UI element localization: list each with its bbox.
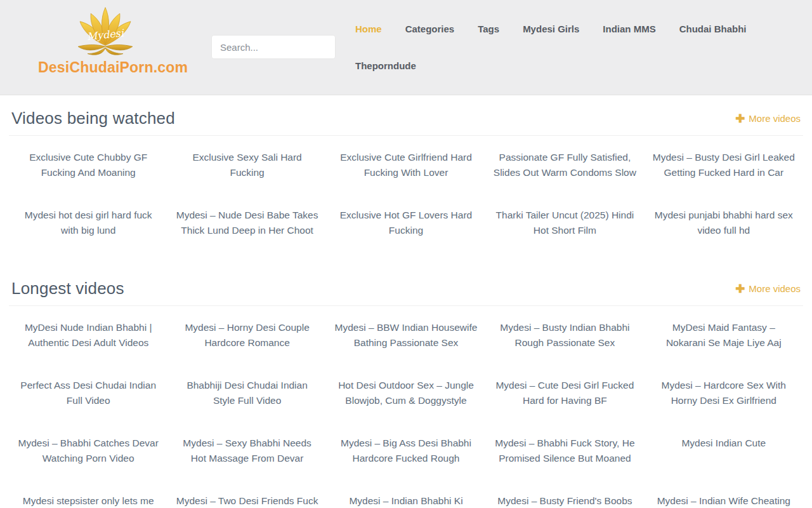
video-title-link[interactable]: Mydesi – Indian Bhabhi Ki Zabardast Chud…: [327, 493, 485, 508]
video-title-link[interactable]: MyDesi Nude Indian Bhabhi | Authentic De…: [9, 320, 167, 351]
more-videos-link[interactable]: ✚ More videos: [735, 113, 801, 124]
video-title-link[interactable]: Mydesi – Sexy Bhabhi Needs Hot Massage F…: [167, 436, 326, 466]
video-title-link[interactable]: Tharki Tailer Uncut (2025) Hindi Hot Sho…: [485, 208, 644, 238]
main-nav: HomeCategoriesTagsMydesi GirlsIndian MMS…: [355, 23, 793, 72]
nav-item-tags[interactable]: Tags: [478, 23, 499, 36]
site-logo[interactable]: Mydesi DesiChudaiPorn.com: [38, 5, 173, 76]
search-form: [211, 35, 336, 59]
section-title: Longest videos: [11, 279, 124, 298]
video-title-link[interactable]: Mydesi – Bhabhi Catches Devar Watching P…: [9, 436, 167, 466]
video-title-link[interactable]: Exclusive Hot GF Lovers Hard Fucking: [327, 208, 485, 238]
video-grid: MyDesi Nude Indian Bhabhi | Authentic De…: [9, 320, 803, 508]
video-title-link[interactable]: Mydesi – Two Desi Friends Fuck Horny Mai…: [167, 493, 326, 508]
more-videos-link[interactable]: ✚ More videos: [735, 283, 801, 294]
section-head: Longest videos ✚ More videos: [9, 265, 803, 306]
video-title-link[interactable]: Mydesi stepsister only lets me touch her…: [9, 493, 167, 508]
video-title-link[interactable]: Bhabhiji Desi Chudai Indian Style Full V…: [167, 378, 326, 408]
video-title-link[interactable]: Passionate GF Fully Satisfied, Slides Ou…: [485, 150, 644, 180]
more-videos-label: More videos: [749, 283, 801, 294]
video-title-link[interactable]: Mydesi – Hardcore Sex With Horny Desi Ex…: [645, 378, 803, 408]
video-title-link[interactable]: Mydesi Indian Cute: [645, 436, 803, 466]
video-title-link[interactable]: Mydesi – Nude Desi Babe Takes Thick Lund…: [167, 208, 326, 238]
more-videos-label: More videos: [749, 113, 801, 124]
video-title-link[interactable]: Mydesi – Busty Desi Girl Leaked Getting …: [645, 150, 803, 180]
lotus-logo-icon: Mydesi: [70, 5, 141, 58]
video-title-link[interactable]: Perfect Ass Desi Chudai Indian Full Vide…: [9, 378, 167, 408]
site-header: Mydesi DesiChudaiPorn.com HomeCategories…: [0, 0, 812, 95]
video-title-link[interactable]: Mydesi – Horny Desi Couple Hardcore Roma…: [167, 320, 326, 351]
video-title-link[interactable]: Exclusive Cute Girlfriend Hard Fucking W…: [327, 150, 485, 180]
video-title-link[interactable]: Mydesi hot desi girl hard fuck with big …: [9, 208, 167, 238]
nav-item-home[interactable]: Home: [355, 23, 382, 36]
section-title: Videos being watched: [11, 109, 175, 128]
video-title-link[interactable]: Mydesi – Big Ass Desi Bhabhi Hardcore Fu…: [327, 436, 485, 466]
nav-item-theporndude[interactable]: Theporndude: [355, 60, 416, 72]
video-title-link[interactable]: Hot Desi Outdoor Sex – Jungle Blowjob, C…: [327, 378, 485, 408]
video-title-link[interactable]: Mydesi – Busty Friend's Boobs and Pussy …: [485, 493, 644, 508]
plus-icon: ✚: [735, 114, 745, 124]
nav-item-mydesi-girls[interactable]: Mydesi Girls: [523, 23, 579, 36]
video-grid: Exclusive Cute Chubby GF Fucking And Moa…: [9, 150, 803, 265]
video-title-link[interactable]: Mydesi – Bhabhi Fuck Story, He Promised …: [485, 436, 644, 466]
section-head: Videos being watched ✚ More videos: [9, 95, 803, 136]
search-input[interactable]: [212, 36, 336, 58]
nav-item-categories[interactable]: Categories: [405, 23, 455, 36]
video-title-link[interactable]: MyDesi Maid Fantasy – Nokarani Se Maje L…: [645, 320, 803, 351]
video-title-link[interactable]: Mydesi – Cute Desi Girl Fucked Hard for …: [485, 378, 644, 408]
video-title-link[interactable]: Mydesi – Indian Wife Cheating with Neigh…: [645, 493, 803, 508]
video-title-link[interactable]: Exclusive Sexy Sali Hard Fucking: [167, 150, 326, 180]
plus-icon: ✚: [735, 284, 745, 294]
video-section: Videos being watched ✚ More videos Exclu…: [9, 95, 803, 265]
site-name[interactable]: DesiChudaiPorn.com: [38, 59, 173, 76]
nav-item-chudai-bhabhi[interactable]: Chudai Bhabhi: [679, 23, 747, 36]
video-title-link[interactable]: Mydesi punjabi bhabhi hard sex video ful…: [645, 208, 803, 238]
main-content: Videos being watched ✚ More videos Exclu…: [0, 95, 812, 508]
video-section: Longest videos ✚ More videos MyDesi Nude…: [9, 265, 803, 508]
video-title-link[interactable]: Exclusive Cute Chubby GF Fucking And Moa…: [9, 150, 167, 180]
video-title-link[interactable]: Mydesi – Busty Indian Bhabhi Rough Passi…: [485, 320, 644, 351]
video-title-link[interactable]: Mydesi – BBW Indian Housewife Bathing Pa…: [327, 320, 485, 351]
nav-item-indian-mms[interactable]: Indian MMS: [603, 23, 655, 36]
